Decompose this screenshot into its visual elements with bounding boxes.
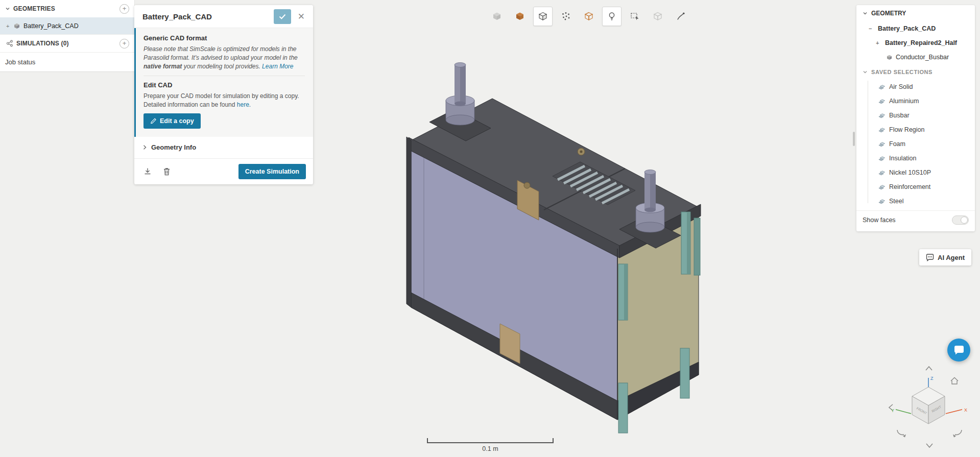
geometry-detail-panel: Battery_Pack_CAD ✕ Generic CAD format Pl… — [134, 5, 313, 184]
tree-node-battery-repaired[interactable]: + Battery_Repaired2_Half — [856, 36, 975, 50]
faces-icon — [878, 98, 886, 105]
home-view-icon[interactable] — [951, 378, 958, 384]
tree-child-label: Battery_Repaired2_Half — [885, 39, 957, 46]
viewport-scale-bar: 0.1 m — [427, 438, 554, 452]
saved-selection-item[interactable]: Nickel 10S10P — [856, 165, 975, 180]
saved-selection-label: Aluminium — [889, 98, 919, 105]
delete-button[interactable] — [161, 165, 173, 178]
wireframe-cube-icon — [584, 11, 594, 21]
saved-selection-item[interactable]: Air Solid — [856, 80, 975, 94]
edit-cad-here-link[interactable]: here — [237, 101, 249, 108]
geometry-info-expander[interactable]: Geometry Info — [134, 137, 313, 159]
axis-y: Y — [891, 408, 911, 414]
saved-selection-label: Steel — [889, 198, 904, 205]
roll-ccw-button[interactable] — [897, 430, 906, 438]
chevron-down-icon — [5, 6, 10, 11]
saved-selection-item[interactable]: Busbar — [856, 108, 975, 123]
geometry-cube-icon — [13, 22, 20, 30]
saved-selection-item[interactable]: Flow Region — [856, 123, 975, 137]
project-tree-sidebar: GEOMETRIES + + Battery_Pack_CAD SIMULATI… — [0, 0, 135, 72]
faces-icon — [878, 112, 886, 119]
check-icon — [279, 14, 286, 19]
geometries-section-header[interactable]: GEOMETRIES + — [0, 0, 134, 17]
tree-root-label: Battery_Pack_CAD — [878, 25, 936, 32]
axis-x-label: X — [964, 407, 967, 413]
saved-selection-item[interactable]: Foam — [856, 137, 975, 151]
add-geometry-button[interactable]: + — [119, 4, 129, 14]
tool-vertex-selection[interactable] — [556, 7, 576, 26]
geometry-header-label: GEOMETRY — [871, 10, 906, 17]
tool-wireframe-view[interactable] — [579, 7, 599, 26]
scene-tree-panel: GEOMETRY − Battery_Pack_CAD + Battery_Re… — [856, 5, 975, 231]
trash-icon — [162, 167, 171, 176]
faded-isolate-icon — [653, 11, 663, 21]
solid-cube-icon — [515, 11, 525, 21]
saved-selections-label: SAVED SELECTIONS — [871, 69, 933, 75]
detail-panel-header: Battery_Pack_CAD ✕ — [134, 5, 313, 28]
expand-icon[interactable]: + — [6, 23, 12, 29]
pencil-icon — [150, 117, 157, 124]
create-simulation-button[interactable]: Create Simulation — [238, 164, 306, 179]
chevron-down-icon — [863, 69, 868, 75]
faces-icon — [878, 169, 886, 177]
edit-cad-text: Prepare your CAD model for simulation by… — [144, 92, 305, 109]
edit-a-copy-button[interactable]: Edit a copy — [144, 113, 201, 129]
ai-agent-button[interactable]: AI Agent — [919, 249, 971, 266]
job-status-section[interactable]: Job status — [0, 52, 134, 71]
show-faces-toggle[interactable] — [952, 215, 969, 225]
close-button[interactable]: ✕ — [296, 11, 307, 22]
tool-lighting[interactable] — [602, 7, 622, 26]
saved-selection-label: Flow Region — [889, 126, 924, 133]
navigation-cube[interactable]: FRONT RIGHT X Y Z — [882, 360, 977, 452]
download-button[interactable] — [141, 165, 154, 178]
saved-selection-item[interactable]: Steel — [856, 194, 975, 208]
scale-bar-label: 0.1 m — [427, 445, 554, 452]
tool-isolate-selection[interactable] — [648, 7, 667, 26]
tool-box-select[interactable] — [625, 7, 644, 26]
faces-icon — [878, 155, 886, 162]
cad-format-notice: Generic CAD format Please note that SimS… — [134, 28, 313, 137]
rotate-down-button[interactable] — [926, 444, 933, 447]
chat-launcher-button[interactable] — [947, 339, 970, 362]
tree-node-conductor-busbar[interactable]: Conductor_Busbar — [856, 50, 975, 64]
simulations-header-label: SIMULATIONS (0) — [16, 40, 69, 47]
view-cube[interactable]: FRONT RIGHT — [912, 387, 945, 424]
geometries-header-label: GEOMETRIES — [13, 5, 55, 12]
battery-pack-3d-model[interactable] — [393, 54, 715, 447]
sidebar-item-battery-pack-cad[interactable]: + Battery_Pack_CAD — [0, 17, 134, 34]
faded-cube-icon — [492, 11, 502, 21]
confirm-button[interactable] — [274, 9, 291, 24]
geometry-tree-header[interactable]: GEOMETRY — [856, 5, 975, 21]
panel-resize-handle[interactable] — [853, 132, 855, 146]
saved-selection-label: Foam — [889, 140, 905, 148]
saved-selections-list: Air Solid Aluminium Busbar Flow — [856, 80, 975, 208]
tool-solid-view[interactable] — [510, 7, 530, 26]
ai-chat-icon — [926, 254, 934, 261]
tool-geometry-visibility[interactable] — [487, 7, 507, 26]
learn-more-link[interactable]: Learn More — [262, 63, 293, 70]
vertex-dots-icon — [561, 11, 571, 21]
faces-icon — [878, 83, 886, 91]
tree-node-battery-pack-cad[interactable]: − Battery_Pack_CAD — [856, 21, 975, 36]
saved-selection-label: Insulation — [889, 155, 917, 162]
axis-x: X — [946, 407, 967, 414]
saved-selection-item[interactable]: Aluminium — [856, 94, 975, 108]
expand-icon[interactable]: + — [876, 40, 882, 46]
tool-hidden-line-view[interactable] — [533, 7, 553, 26]
chat-bubble-icon — [953, 345, 965, 355]
viewer-toolbar — [487, 7, 690, 26]
add-simulation-button[interactable]: + — [119, 39, 129, 49]
faces-icon — [878, 198, 886, 205]
saved-selections-header[interactable]: SAVED SELECTIONS — [856, 64, 975, 80]
geometry-info-label: Geometry Info — [151, 143, 196, 151]
simulations-section-header[interactable]: SIMULATIONS (0) + — [0, 34, 134, 52]
rotate-up-button[interactable] — [926, 367, 932, 370]
roll-cw-button[interactable] — [953, 430, 962, 438]
collapse-icon[interactable]: − — [869, 26, 875, 32]
saved-selection-item[interactable]: Insulation — [856, 151, 975, 165]
box-select-icon — [630, 11, 640, 21]
saved-selection-item[interactable]: Reinforcement — [856, 180, 975, 194]
tool-probe-point[interactable] — [671, 7, 690, 26]
ai-agent-label: AI Agent — [938, 254, 965, 261]
probe-icon — [676, 11, 686, 21]
